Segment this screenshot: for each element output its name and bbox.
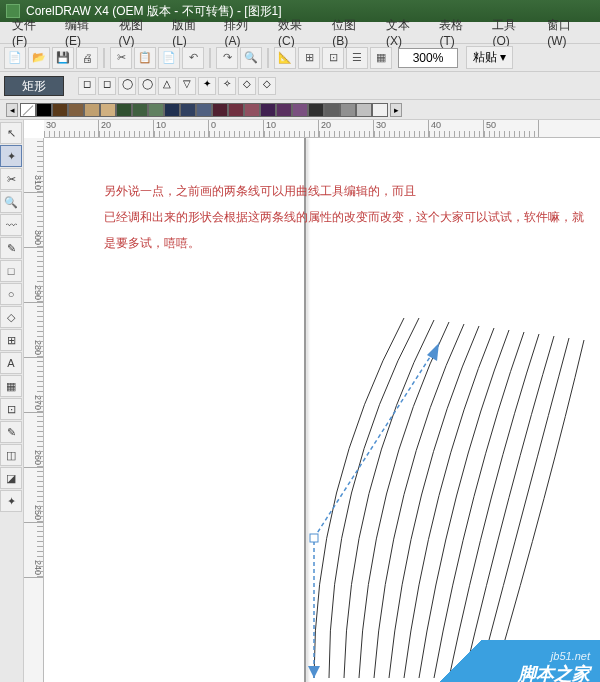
fill-tool[interactable]: ◪	[0, 467, 22, 489]
toolbar-button[interactable]: ⊡	[322, 47, 344, 69]
shape-preset[interactable]: ◯	[138, 77, 156, 95]
drawing-canvas[interactable]: 另外说一点，之前画的两条线可以用曲线工具编辑的，而且 已经调和出来的形状会根据这…	[44, 138, 600, 682]
shape-preset[interactable]: △	[158, 77, 176, 95]
toolbar-button[interactable]: ↶	[182, 47, 204, 69]
color-swatch[interactable]	[116, 103, 132, 117]
control-handle-start[interactable]	[308, 666, 320, 678]
menu-item[interactable]: 表格(T)	[431, 15, 484, 50]
color-swatch[interactable]	[340, 103, 356, 117]
zoom-tool[interactable]: 🔍	[0, 191, 22, 213]
annotation-line-1: 另外说一点，之前画的两条线可以用曲线工具编辑的，而且	[104, 178, 584, 204]
toolbar-button[interactable]: 🔍	[240, 47, 262, 69]
color-swatch[interactable]	[180, 103, 196, 117]
crop-tool[interactable]: ✂	[0, 168, 22, 190]
freehand-tool[interactable]: 〰	[0, 214, 22, 236]
color-swatch[interactable]	[100, 103, 116, 117]
ellipse-tool[interactable]: ○	[0, 283, 22, 305]
polygon-tool[interactable]: ◇	[0, 306, 22, 328]
toolbar-button[interactable]: ⊞	[298, 47, 320, 69]
color-swatch[interactable]	[52, 103, 68, 117]
menu-item[interactable]: 位图(B)	[324, 15, 378, 50]
toolbar-button[interactable]: 📐	[274, 47, 296, 69]
control-node-mid[interactable]	[310, 534, 318, 542]
outline-tool[interactable]: ◫	[0, 444, 22, 466]
shape-preset[interactable]: ✦	[198, 77, 216, 95]
menu-item[interactable]: 编辑(E)	[57, 15, 111, 50]
shape-preset[interactable]: ◻	[98, 77, 116, 95]
ruler-tick: 280	[24, 303, 43, 358]
color-swatch[interactable]	[308, 103, 324, 117]
menu-item[interactable]: 排列(A)	[216, 15, 270, 50]
ruler-tick: 10	[264, 120, 319, 137]
ruler-tick: 310	[24, 138, 43, 193]
interactive-tool[interactable]: ⊡	[0, 398, 22, 420]
color-swatch[interactable]	[212, 103, 228, 117]
color-swatch[interactable]	[244, 103, 260, 117]
ruler-tick: 50	[484, 120, 539, 137]
toolbar-button[interactable]: 📄	[4, 47, 26, 69]
color-swatch[interactable]	[372, 103, 388, 117]
eyedropper-tool[interactable]: ✎	[0, 421, 22, 443]
shape-tool[interactable]: ✦	[0, 145, 22, 167]
shape-preset[interactable]: ◇	[238, 77, 256, 95]
interactive-fill-tool[interactable]: ✦	[0, 490, 22, 512]
basic-shapes-tool[interactable]: ⊞	[0, 329, 22, 351]
shape-preset[interactable]: ◻	[78, 77, 96, 95]
color-swatch[interactable]	[36, 103, 52, 117]
toolbar-button[interactable]: ▦	[370, 47, 392, 69]
vertical-ruler: 310300290280270260250240	[24, 138, 44, 682]
color-swatch[interactable]	[164, 103, 180, 117]
shape-preset[interactable]: ◇	[258, 77, 276, 95]
zoom-field[interactable]: 300%	[398, 48, 458, 68]
ruler-tick: 270	[24, 358, 43, 413]
menu-item[interactable]: 视图(V)	[111, 15, 165, 50]
paste-dropdown[interactable]: 粘贴 ▾	[466, 46, 513, 69]
no-fill-swatch[interactable]	[20, 103, 36, 117]
shape-preset[interactable]: ▽	[178, 77, 196, 95]
palette-right[interactable]: ▸	[390, 103, 402, 117]
rectangle-tool[interactable]: □	[0, 260, 22, 282]
color-swatch[interactable]	[196, 103, 212, 117]
shape-preset[interactable]: ◯	[118, 77, 136, 95]
color-swatch[interactable]	[228, 103, 244, 117]
standard-toolbar: 📄📂💾🖨✂📋📄↶↷🔍📐⊞⊡☰▦300%粘贴 ▾	[0, 44, 600, 72]
shape-preset[interactable]: ✧	[218, 77, 236, 95]
blend-curves[interactable]	[294, 308, 600, 682]
ruler-tick: 30	[44, 120, 99, 137]
toolbar-button[interactable]: ☰	[346, 47, 368, 69]
color-swatch[interactable]	[324, 103, 340, 117]
toolbar-button[interactable]: ↷	[216, 47, 238, 69]
color-swatch[interactable]	[356, 103, 372, 117]
toolbar-button[interactable]: 🖨	[76, 47, 98, 69]
menu-item[interactable]: 效果(C)	[270, 15, 324, 50]
palette-left[interactable]: ◂	[6, 103, 18, 117]
watermark: jb51.net 脚本之家	[410, 640, 600, 682]
smart-fill-tool[interactable]: ✎	[0, 237, 22, 259]
color-swatch[interactable]	[132, 103, 148, 117]
color-swatch[interactable]	[292, 103, 308, 117]
text-tool[interactable]: A	[0, 352, 22, 374]
toolbar-button[interactable]: 📄	[158, 47, 180, 69]
pick-tool[interactable]: ↖	[0, 122, 22, 144]
menu-bar[interactable]: 文件(F)编辑(E)视图(V)版面(L)排列(A)效果(C)位图(B)文本(X)…	[0, 22, 600, 44]
menu-item[interactable]: 窗口(W)	[539, 15, 596, 50]
toolbar-button[interactable]: ✂	[110, 47, 132, 69]
menu-item[interactable]: 文本(X)	[378, 15, 432, 50]
menu-item[interactable]: 版面(L)	[164, 15, 216, 50]
watermark-text: 脚本之家	[518, 662, 590, 682]
table-tool[interactable]: ▦	[0, 375, 22, 397]
shape-selector[interactable]: 矩形	[4, 76, 64, 96]
menu-item[interactable]: 工具(O)	[484, 15, 539, 50]
color-palette: ◂ ▸	[0, 100, 600, 120]
color-swatch[interactable]	[84, 103, 100, 117]
color-swatch[interactable]	[260, 103, 276, 117]
color-swatch[interactable]	[148, 103, 164, 117]
color-swatch[interactable]	[276, 103, 292, 117]
toolbar-button[interactable]: 📂	[28, 47, 50, 69]
menu-item[interactable]: 文件(F)	[4, 15, 57, 50]
ruler-tick: 40	[429, 120, 484, 137]
ruler-tick: 0	[209, 120, 264, 137]
toolbar-button[interactable]: 💾	[52, 47, 74, 69]
toolbar-button[interactable]: 📋	[134, 47, 156, 69]
color-swatch[interactable]	[68, 103, 84, 117]
